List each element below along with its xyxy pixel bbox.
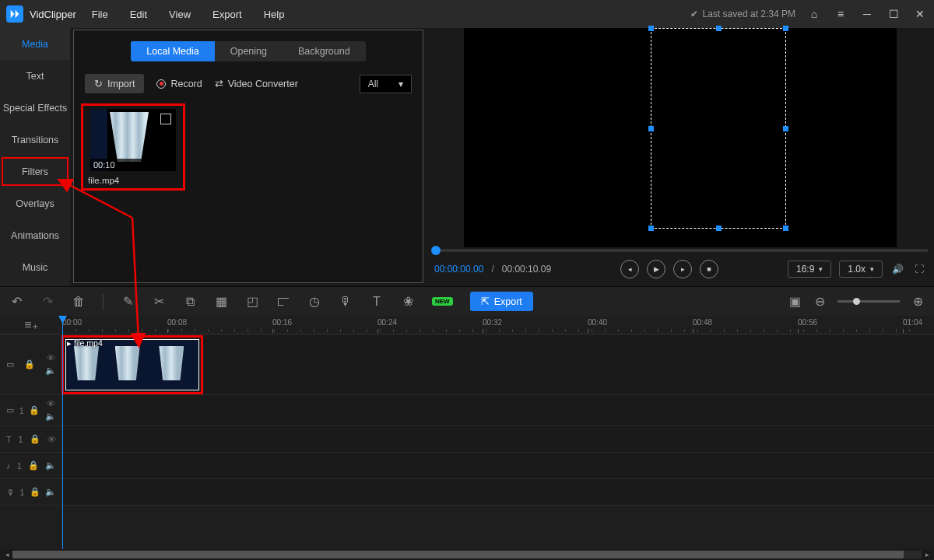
mute-icon[interactable]: 🔈 bbox=[45, 366, 56, 376]
resize-handle[interactable] bbox=[783, 226, 788, 231]
record-button[interactable]: Record bbox=[156, 79, 202, 89]
resize-button[interactable]: ◰ bbox=[245, 295, 259, 309]
import-button[interactable]: ↻ Import bbox=[85, 74, 144, 93]
volume-icon[interactable]: 🔊 bbox=[890, 262, 904, 276]
close-button[interactable]: ✕ bbox=[912, 6, 928, 22]
aspect-ratio-select[interactable]: 16:9 ▾ bbox=[788, 261, 831, 278]
duration-button[interactable]: ◷ bbox=[307, 295, 321, 309]
zoom-slider[interactable] bbox=[837, 300, 900, 303]
mute-icon[interactable]: 🔈 bbox=[45, 411, 56, 422]
tab-background[interactable]: Background bbox=[283, 41, 366, 61]
sidebar-item-transitions[interactable]: Transitions bbox=[0, 124, 70, 156]
mute-icon[interactable]: 🔈 bbox=[45, 487, 56, 497]
fullscreen-icon[interactable]: ⛶ bbox=[912, 262, 926, 276]
lock-icon[interactable]: 🔒 bbox=[24, 359, 35, 369]
video-converter-button[interactable]: ⇄ Video Converter bbox=[215, 78, 298, 89]
video-track-body[interactable]: ▸file.mp4 bbox=[62, 334, 934, 394]
crop-button[interactable]: ⧉ bbox=[183, 295, 197, 309]
stop-button[interactable]: ■ bbox=[700, 260, 718, 278]
zoom-handle[interactable] bbox=[853, 298, 860, 305]
stats-button[interactable]: ⫍ bbox=[276, 295, 290, 309]
text-track-body[interactable] bbox=[62, 426, 934, 452]
tick: 00:40 bbox=[588, 318, 607, 327]
tab-opening[interactable]: Opening bbox=[215, 41, 283, 61]
resize-handle[interactable] bbox=[783, 126, 788, 131]
eye-icon[interactable]: 👁 bbox=[47, 435, 56, 444]
scroll-thumb[interactable] bbox=[12, 551, 904, 558]
minimize-button[interactable]: ─ bbox=[859, 6, 875, 22]
lock-icon[interactable]: 🔒 bbox=[30, 487, 40, 497]
timeline-clip[interactable]: ▸file.mp4 bbox=[64, 338, 201, 392]
media-clip[interactable]: 00:10 file.mp4 bbox=[83, 106, 183, 188]
sidebar-item-animations[interactable]: Animations bbox=[0, 219, 70, 251]
scroll-right-button[interactable]: ▸ bbox=[922, 550, 932, 559]
color-button[interactable]: ❀ bbox=[401, 295, 415, 309]
prev-frame-button[interactable]: ◂ bbox=[620, 260, 639, 278]
undo-button[interactable]: ↶ bbox=[9, 295, 23, 309]
mute-icon[interactable]: 🔈 bbox=[45, 460, 56, 471]
new-badge: NEW bbox=[432, 297, 453, 306]
resize-handle[interactable] bbox=[783, 26, 788, 31]
speed-select[interactable]: 1.0x ▾ bbox=[839, 261, 883, 278]
eye-icon[interactable]: 👁 bbox=[47, 399, 55, 408]
hamburger-button[interactable]: ≡ bbox=[833, 6, 848, 22]
scroll-left-button[interactable]: ◂ bbox=[2, 550, 12, 559]
lock-icon[interactable]: 🔒 bbox=[29, 405, 40, 415]
menu-view[interactable]: View bbox=[169, 9, 191, 20]
sidebar-item-text[interactable]: Text bbox=[0, 60, 70, 92]
voice-track-body[interactable] bbox=[62, 479, 934, 505]
audio-track-body[interactable] bbox=[62, 453, 934, 478]
play-button[interactable]: ▶ bbox=[647, 260, 665, 278]
home-button[interactable]: ⌂ bbox=[806, 6, 822, 22]
resize-handle[interactable] bbox=[716, 226, 722, 231]
zoom-in-button[interactable]: ⊕ bbox=[911, 295, 925, 309]
zoom-out-button[interactable]: ⊖ bbox=[813, 295, 827, 309]
sidebar-item-filters[interactable]: Filters bbox=[0, 156, 70, 187]
track-index: 1 bbox=[19, 406, 24, 415]
resize-handle[interactable] bbox=[648, 26, 654, 31]
selection-rectangle[interactable] bbox=[651, 28, 786, 229]
overlay-track: ▭ 1 🔒 👁 🔈 bbox=[0, 395, 934, 426]
split-button[interactable]: ✂ bbox=[152, 295, 166, 309]
export-button[interactable]: ⇱ Export bbox=[470, 292, 533, 311]
voiceover-button[interactable]: 🎙 bbox=[339, 295, 353, 309]
clip-duration: 00:10 bbox=[90, 159, 176, 171]
sidebar-item-media[interactable]: Media bbox=[0, 28, 70, 60]
sidebar-item-special-effects[interactable]: Special Effects bbox=[0, 92, 70, 124]
tts-button[interactable]: T bbox=[370, 295, 384, 309]
record-label: Record bbox=[170, 79, 202, 89]
sidebar-item-overlays[interactable]: Overlays bbox=[0, 187, 70, 219]
eye-icon[interactable]: 👁 bbox=[47, 353, 55, 362]
menu-export[interactable]: Export bbox=[212, 9, 242, 20]
overlay-track-body[interactable] bbox=[62, 395, 934, 425]
menu-edit[interactable]: Edit bbox=[130, 9, 147, 20]
resize-handle[interactable] bbox=[648, 126, 654, 131]
lock-icon[interactable]: 🔒 bbox=[28, 460, 39, 471]
scrub-handle[interactable] bbox=[431, 246, 441, 255]
horizontal-scrollbar[interactable]: ◂ ▸ bbox=[0, 549, 934, 560]
media-filter-select[interactable]: All ▾ bbox=[360, 75, 412, 93]
edit-button[interactable]: ✎ bbox=[121, 295, 135, 309]
time-ruler[interactable]: 00:00 00:08 00:16 00:24 00:32 00:40 00:4… bbox=[62, 316, 934, 334]
sidebar-item-music[interactable]: Music bbox=[0, 251, 70, 283]
tab-local-media[interactable]: Local Media bbox=[131, 41, 214, 61]
preview-canvas[interactable] bbox=[464, 28, 897, 247]
track-index: 1 bbox=[17, 461, 22, 471]
redo-button[interactable]: ↷ bbox=[40, 295, 54, 309]
resize-handle[interactable] bbox=[648, 226, 654, 231]
clip-thumbnail: 00:10 bbox=[90, 109, 176, 171]
playhead[interactable] bbox=[62, 316, 63, 549]
menu-file[interactable]: File bbox=[92, 9, 108, 20]
next-frame-button[interactable]: ▸ bbox=[673, 260, 692, 278]
lock-icon[interactable]: 🔒 bbox=[30, 434, 40, 444]
time-total: 00:00:10.09 bbox=[502, 264, 551, 275]
maximize-button[interactable]: ☐ bbox=[886, 6, 901, 22]
delete-button[interactable]: 🗑 bbox=[72, 295, 86, 309]
screenshot-button[interactable]: ▣ bbox=[788, 295, 802, 309]
mosaic-button[interactable]: ▦ bbox=[214, 295, 228, 309]
speed-value: 1.0x bbox=[848, 264, 866, 275]
menu-help[interactable]: Help bbox=[264, 9, 285, 20]
resize-handle[interactable] bbox=[716, 26, 722, 31]
add-track-button[interactable]: ≡₊ bbox=[24, 318, 38, 332]
scrub-bar[interactable] bbox=[433, 249, 928, 252]
